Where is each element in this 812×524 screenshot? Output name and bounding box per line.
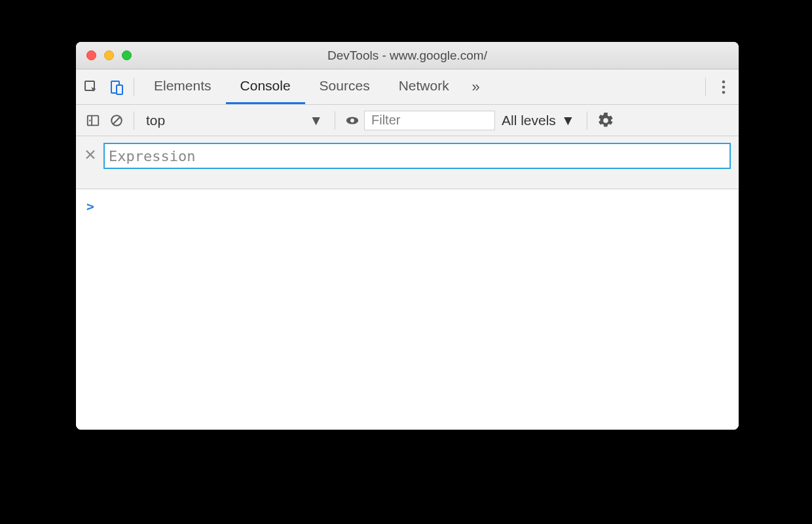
filter-input[interactable] <box>364 111 495 130</box>
separator <box>705 78 706 96</box>
inspect-element-button[interactable] <box>79 75 103 100</box>
separator <box>587 111 587 130</box>
clear-console-button[interactable] <box>105 109 128 132</box>
tab-console[interactable]: Console <box>226 69 305 104</box>
create-live-expression-button[interactable] <box>341 109 364 132</box>
separator <box>335 111 335 130</box>
zoom-window-button[interactable] <box>122 50 132 60</box>
live-expression-row <box>76 136 739 189</box>
toggle-console-sidebar-button[interactable] <box>81 109 105 132</box>
remove-live-expression-button[interactable] <box>84 148 97 161</box>
tab-label: Network <box>399 78 449 94</box>
traffic-lights <box>76 42 132 69</box>
more-tabs-button[interactable]: » <box>464 69 489 104</box>
tab-network[interactable]: Network <box>384 69 464 104</box>
minimize-window-button[interactable] <box>104 50 114 60</box>
titlebar: DevTools - www.google.com/ <box>76 42 739 69</box>
tab-sources[interactable]: Sources <box>305 69 384 104</box>
console-toolbar: top ▼ All levels ▼ <box>76 105 739 136</box>
toggle-device-toolbar-button[interactable] <box>103 75 128 100</box>
svg-line-9 <box>113 117 120 124</box>
levels-label: All levels <box>502 113 556 128</box>
devtools-window: DevTools - www.google.com/ Elements <box>76 42 739 430</box>
window-title: DevTools - www.google.com/ <box>76 48 739 63</box>
context-label: top <box>146 113 165 128</box>
close-window-button[interactable] <box>86 50 96 60</box>
live-expression-input[interactable] <box>103 143 731 169</box>
console-settings-button[interactable] <box>593 107 619 134</box>
customize-devtools-button[interactable] <box>711 79 736 95</box>
svg-point-11 <box>350 119 354 122</box>
tab-label: Console <box>240 78 291 94</box>
log-levels-select[interactable]: All levels ▼ <box>495 109 581 132</box>
svg-point-5 <box>722 90 726 94</box>
tab-elements[interactable]: Elements <box>139 69 226 104</box>
svg-rect-2 <box>117 85 122 94</box>
svg-point-3 <box>722 80 726 83</box>
caret-down-icon: ▼ <box>309 113 323 128</box>
chevron-double-right-icon: » <box>472 79 480 96</box>
panel-tabs: Elements Console Sources Network » <box>139 69 489 104</box>
svg-point-4 <box>722 85 726 88</box>
console-output[interactable]: > <box>76 189 739 430</box>
execution-context-select[interactable]: top ▼ <box>139 109 329 132</box>
tab-label: Elements <box>154 78 212 94</box>
separator <box>134 78 134 96</box>
main-toolbar: Elements Console Sources Network » <box>76 69 739 105</box>
console-prompt-caret-icon: > <box>86 198 94 214</box>
caret-down-icon: ▼ <box>561 113 575 128</box>
tab-label: Sources <box>320 78 370 94</box>
separator <box>134 111 134 130</box>
kebab-icon <box>722 79 726 95</box>
